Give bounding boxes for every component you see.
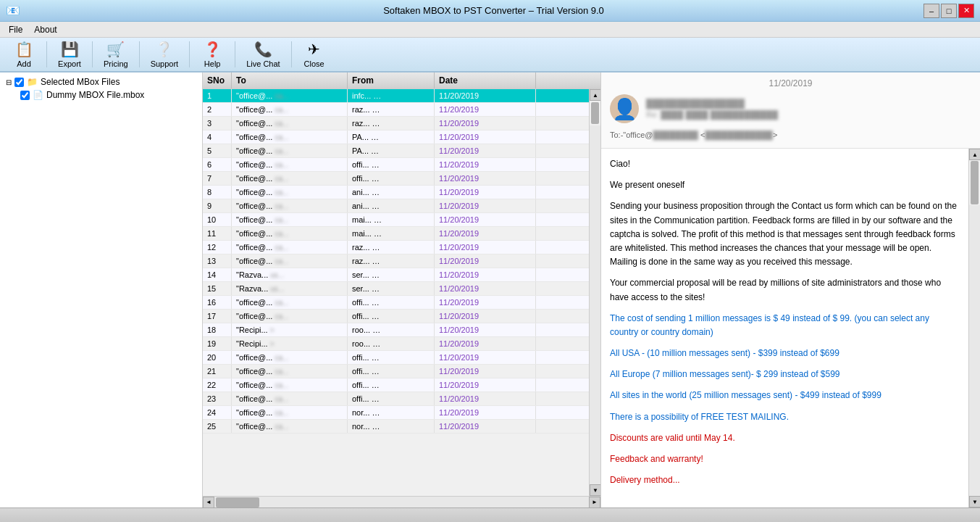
- scroll-left-arrow[interactable]: ◄: [203, 497, 214, 508]
- table-row[interactable]: 1"office@... ca...infc... ████████████11…: [203, 89, 589, 103]
- folder-icon: 📁: [27, 77, 38, 87]
- toolbar-sep-1: [46, 41, 47, 67]
- preview-scroll-thumb[interactable]: [971, 161, 979, 204]
- table-row[interactable]: 17"office@... ca...offi... ████████████1…: [203, 310, 589, 323]
- livechat-button[interactable]: 📞 Live Chat: [240, 39, 286, 70]
- tree-child-item[interactable]: 📄 Dummy MBOX File.mbox: [3, 88, 199, 102]
- cell-to: "office@... ca...: [232, 351, 348, 364]
- tree-expand-icon[interactable]: ⊟: [6, 78, 12, 86]
- scroll-up-arrow[interactable]: ▲: [590, 89, 600, 101]
- close-button[interactable]: ✕: [958, 4, 974, 18]
- table-row[interactable]: 15"Razvа... us...ser... ████████████11/2…: [203, 282, 589, 296]
- minimize-button[interactable]: –: [924, 4, 939, 18]
- cell-sno: 18: [203, 323, 232, 336]
- tree-root-checkbox[interactable]: [14, 78, 24, 87]
- cell-from: mai... ████████████: [348, 227, 435, 240]
- toolbar-sep-2: [92, 41, 93, 67]
- cell-sno: 17: [203, 310, 232, 323]
- cell-sno: 3: [203, 117, 232, 130]
- col-to: To: [232, 72, 348, 88]
- table-row[interactable]: 7"office@... ca...offi... ████████████11…: [203, 172, 589, 186]
- livechat-icon: 📞: [254, 41, 272, 58]
- cell-from: offi... ████████████: [348, 351, 435, 364]
- help-label: Help: [204, 59, 221, 68]
- toolbar-sep-5: [235, 41, 235, 67]
- cell-from: ser... ████████████: [348, 268, 435, 281]
- table-row[interactable]: 25"office@... ca...nor... ████████████11…: [203, 420, 589, 434]
- export-button[interactable]: 💾 Export: [51, 39, 88, 70]
- maximize-button[interactable]: □: [941, 4, 957, 18]
- cell-from: roo... ████████████: [348, 323, 435, 336]
- table-row[interactable]: 13"office@... ca...raz... ████████████11…: [203, 254, 589, 268]
- cell-date: 11/20/2019: [435, 158, 536, 171]
- scroll-down-arrow[interactable]: ▼: [590, 484, 600, 496]
- cell-sno: 21: [203, 365, 232, 378]
- cell-to: "Razvа... us...: [232, 268, 348, 281]
- table-row[interactable]: 22"office@... ca...offi... ████████████1…: [203, 378, 589, 392]
- help-button[interactable]: ❓ Help: [194, 39, 230, 70]
- horizontal-scrollbar[interactable]: ◄ ►: [203, 496, 600, 508]
- table-row[interactable]: 2"office@... ca...raz... ████████████11/…: [203, 103, 589, 117]
- table-row[interactable]: 18"Recipi... >roo... ████████████11/20/2…: [203, 323, 589, 337]
- table-row[interactable]: 11"office@... ca...mai... ████████████11…: [203, 227, 589, 241]
- cell-to: "office@... ca...: [232, 241, 348, 254]
- cell-sno: 11: [203, 227, 232, 240]
- avatar: 👤: [610, 94, 639, 123]
- cell-sno: 5: [203, 144, 232, 157]
- preview-scrollbar[interactable]: ▲ ▼: [968, 149, 980, 508]
- table-row[interactable]: 20"office@... ca...offi... ████████████1…: [203, 351, 589, 365]
- close-app-button[interactable]: ✈ Close: [296, 39, 332, 70]
- cell-sno: 20: [203, 351, 232, 364]
- cell-date: 11/20/2019: [435, 323, 536, 336]
- cell-sno: 4: [203, 130, 232, 144]
- tree-root[interactable]: ⊟ 📁 Selected MBox Files: [3, 75, 199, 88]
- table-row[interactable]: 10"office@... ca...mai... ████████████11…: [203, 213, 589, 227]
- cell-sno: 6: [203, 158, 232, 171]
- cell-sno: 14: [203, 268, 232, 281]
- table-row[interactable]: 3"office@... ca...raz... ████████████11/…: [203, 117, 589, 130]
- scroll-thumb[interactable]: [591, 102, 599, 124]
- table-row[interactable]: 8"office@... ca...ani... ████████████11/…: [203, 186, 589, 199]
- cell-from: mai... ████████████: [348, 213, 435, 226]
- table-row[interactable]: 5"office@... ca...PA... ████████████11/2…: [203, 144, 589, 158]
- table-body: 1"office@... ca...infc... ████████████11…: [203, 89, 589, 496]
- cell-sno: 7: [203, 172, 232, 185]
- table-row[interactable]: 6"office@... ca...offi... ████████████11…: [203, 158, 589, 172]
- cell-sno: 16: [203, 296, 232, 309]
- cell-sno: 9: [203, 199, 232, 212]
- preview-scroll-up[interactable]: ▲: [969, 149, 980, 160]
- table-row[interactable]: 14"Razvа... us...ser... ████████████11/2…: [203, 268, 589, 282]
- scroll-right-arrow[interactable]: ►: [589, 497, 600, 508]
- menu-about[interactable]: About: [28, 23, 62, 36]
- preview-blue-line2: All USA - (10 million messages sent) - $…: [610, 347, 960, 360]
- support-button[interactable]: ❔ Support: [144, 39, 185, 70]
- sender-subject-text: Re: ████ ████ ████████████: [646, 110, 778, 119]
- pricing-label: Pricing: [104, 59, 128, 68]
- cell-from: raz... ████████████: [348, 241, 435, 254]
- preview-scroll-down[interactable]: ▼: [969, 496, 980, 508]
- table-row[interactable]: 21"office@... ca...offi... ████████████1…: [203, 365, 589, 378]
- table-row[interactable]: 19"Recipi... >roo... ████████████11/20/2…: [203, 337, 589, 351]
- cell-from: PA... ████████████: [348, 144, 435, 157]
- table-row[interactable]: 24"office@... ca...nor... ████████████11…: [203, 406, 589, 420]
- table-scrollbar[interactable]: ▲ ▼: [589, 89, 600, 496]
- cell-to: "office@... ca...: [232, 227, 348, 240]
- horizontal-scroll-thumb[interactable]: [216, 497, 259, 508]
- add-button[interactable]: 📋 Add: [6, 39, 42, 70]
- cell-sno: 12: [203, 241, 232, 254]
- tree-child-checkbox[interactable]: [20, 91, 30, 100]
- table-row[interactable]: 12"office@... ca...raz... ████████████11…: [203, 241, 589, 254]
- pricing-button[interactable]: 🛒 Pricing: [97, 39, 135, 70]
- table-row[interactable]: 23"office@... ca...offi... ████████████1…: [203, 392, 589, 406]
- cell-date: 11/20/2019: [435, 406, 536, 419]
- table-row[interactable]: 4"office@... ca...PA... ████████████11/2…: [203, 130, 589, 144]
- cell-from: offi... ████████████: [348, 365, 435, 378]
- cell-date: 11/20/2019: [435, 227, 536, 240]
- close-app-label: Close: [304, 59, 324, 68]
- email-list: SNo To From Date 1"office@... ca...infc.…: [203, 72, 601, 508]
- to-email-blurred: ████████: [653, 130, 698, 139]
- menu-file[interactable]: File: [3, 23, 28, 36]
- table-row[interactable]: 16"office@... ca...offi... ████████████1…: [203, 296, 589, 310]
- cell-from: ani... ████████████: [348, 186, 435, 199]
- table-row[interactable]: 9"office@... ca...ani... ████████████11/…: [203, 199, 589, 213]
